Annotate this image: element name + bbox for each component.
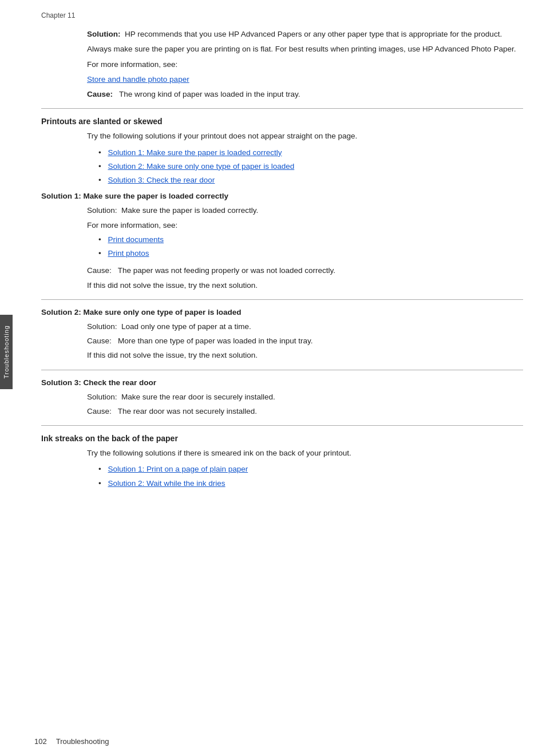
top-solution-block: Solution: HP recommends that you use HP … xyxy=(87,29,523,100)
top-cause-label: Cause: xyxy=(87,90,113,98)
solution3-link[interactable]: Solution 3: Check the rear door xyxy=(108,176,215,184)
footer-label: Troubleshooting xyxy=(56,737,109,746)
ink-solution1-link[interactable]: Solution 1: Print on a page of plain pap… xyxy=(108,465,248,473)
sub-section-2: Solution 2: Make sure only one type of p… xyxy=(41,308,523,362)
sub1-cause-label: Cause: xyxy=(87,266,112,275)
bullet-item-2: Solution 2: Make sure only one type of p… xyxy=(98,161,523,172)
sub2-cause-text: More than one type of paper was loaded i… xyxy=(118,337,312,345)
sub2-solution-text: Load only one type of paper at a time. xyxy=(121,322,251,331)
sub2-divider xyxy=(41,370,523,370)
sub3-divider xyxy=(41,425,523,426)
sub3-solution-text: Make sure the rear door is securely inst… xyxy=(121,393,275,401)
page-number: 102 xyxy=(34,737,47,746)
sub1-for-more: For more information, see: xyxy=(87,220,523,231)
section-slanted: Printouts are slanted or skewed Try the … xyxy=(41,117,523,426)
sub2-if-not: If this did not solve the issue, try the… xyxy=(87,350,523,361)
store-handle-link[interactable]: Store and handle photo paper xyxy=(87,75,189,84)
top-always-text: Always make sure the paper you are print… xyxy=(87,43,523,55)
sub-section-1-content: Solution: Make sure the paper is loaded … xyxy=(87,205,523,291)
section-slanted-intro-block: Try the following solutions if your prin… xyxy=(87,130,523,186)
print-documents-link[interactable]: Print documents xyxy=(108,235,164,244)
sub1-divider xyxy=(41,299,523,300)
sub3-cause-text: The rear door was not securely installed… xyxy=(118,407,257,415)
section-slanted-heading: Printouts are slanted or skewed xyxy=(41,117,523,126)
print-photos-link[interactable]: Print photos xyxy=(108,249,149,258)
top-cause-content: The wrong kind of paper was loaded in th… xyxy=(119,90,300,98)
bullet-item-1: Solution 1: Make sure the paper is loade… xyxy=(98,147,523,159)
top-cause-text: Cause: The wrong kind of paper was loade… xyxy=(87,89,523,100)
top-link-item: Store and handle photo paper xyxy=(87,74,523,85)
sub2-solution-label: Solution: xyxy=(87,322,117,331)
section-ink-bullets: Solution 1: Print on a page of plain pap… xyxy=(98,464,523,489)
sub-section-3-heading: Solution 3: Check the rear door xyxy=(41,378,523,387)
sub2-cause-label: Cause: xyxy=(87,337,112,345)
sub2-cause: Cause: More than one type of paper was l… xyxy=(87,335,523,347)
sub2-solution: Solution: Load only one type of paper at… xyxy=(87,321,523,333)
sub1-link-2: Print photos xyxy=(98,248,523,259)
chapter-label: Chapter 11 xyxy=(41,11,523,19)
sub1-if-not: If this did not solve the issue, try the… xyxy=(87,280,523,291)
page-footer: 102 Troubleshooting xyxy=(34,737,523,746)
sub3-solution-label: Solution: xyxy=(87,393,117,401)
sub1-links: Print documents Print photos xyxy=(98,234,523,260)
top-divider xyxy=(41,108,523,109)
section-ink-streaks: Ink streaks on the back of the paper Try… xyxy=(41,434,523,489)
top-solution-text: Solution: HP recommends that you use HP … xyxy=(87,29,523,40)
sub-section-1: Solution 1: Make sure the paper is loade… xyxy=(41,192,523,291)
sub1-solution-label: Solution: xyxy=(87,206,117,215)
sidebar-tab-label: Troubleshooting xyxy=(3,325,10,378)
sub1-cause-text: The paper was not feeding properly or wa… xyxy=(118,266,335,275)
solution1-link[interactable]: Solution 1: Make sure the paper is loade… xyxy=(108,148,282,157)
sub-section-2-heading: Solution 2: Make sure only one type of p… xyxy=(41,308,523,316)
sub3-cause-label: Cause: xyxy=(87,407,112,415)
sub3-solution: Solution: Make sure the rear door is sec… xyxy=(87,391,523,403)
section-slanted-bullets: Solution 1: Make sure the paper is loade… xyxy=(98,147,523,187)
ink-bullet-1: Solution 1: Print on a page of plain pap… xyxy=(98,464,523,475)
sub1-solution-text: Make sure the paper is loaded correctly. xyxy=(121,206,258,215)
sidebar-tab: Troubleshooting xyxy=(0,315,13,389)
sub3-cause: Cause: The rear door was not securely in… xyxy=(87,406,523,417)
section-ink-heading: Ink streaks on the back of the paper xyxy=(41,434,523,443)
top-for-more: For more information, see: xyxy=(87,59,523,70)
section-ink-body: Try the following solutions if there is … xyxy=(87,448,523,489)
solution2-link[interactable]: Solution 2: Make sure only one type of p… xyxy=(108,162,295,171)
sub1-cause: Cause: The paper was not feeding properl… xyxy=(87,265,523,276)
sub-section-1-heading: Solution 1: Make sure the paper is loade… xyxy=(41,192,523,200)
sub1-solution: Solution: Make sure the paper is loaded … xyxy=(87,205,523,216)
bullet-item-3: Solution 3: Check the rear door xyxy=(98,175,523,186)
sub1-link-1: Print documents xyxy=(98,234,523,246)
section-ink-intro: Try the following solutions if there is … xyxy=(87,448,523,459)
section-slanted-intro: Try the following solutions if your prin… xyxy=(87,130,523,142)
ink-solution2-link[interactable]: Solution 2: Wait while the ink dries xyxy=(108,479,225,488)
ink-bullet-2: Solution 2: Wait while the ink dries xyxy=(98,478,523,489)
top-solution-content: HP recommends that you use HP Advanced P… xyxy=(125,30,502,38)
top-solution-label: Solution: xyxy=(87,30,120,38)
sub-section-3: Solution 3: Check the rear door Solution… xyxy=(41,378,523,418)
sub-section-2-content: Solution: Load only one type of paper at… xyxy=(87,321,523,362)
sub-section-3-content: Solution: Make sure the rear door is sec… xyxy=(87,391,523,418)
